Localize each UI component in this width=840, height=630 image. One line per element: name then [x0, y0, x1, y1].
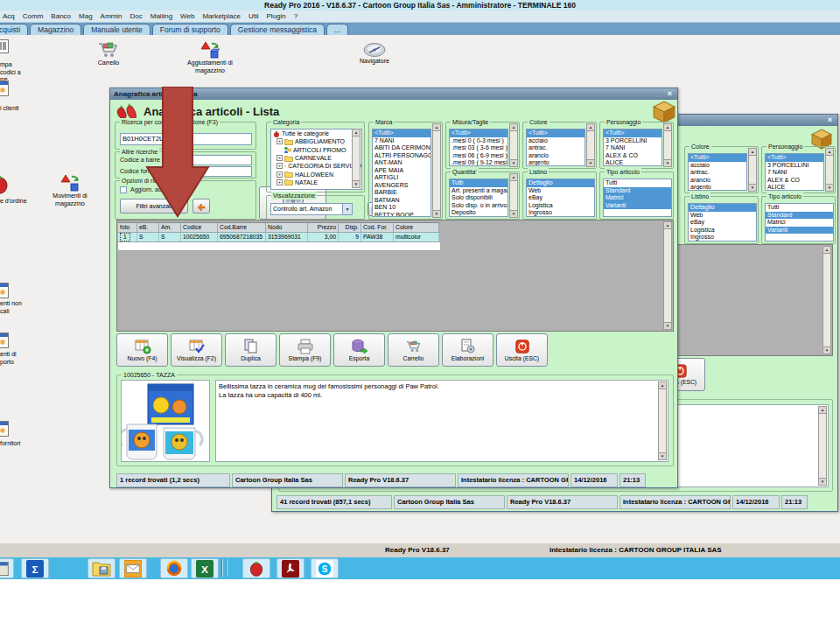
- scroll-up-icon[interactable]: ▲: [825, 148, 834, 156]
- listino-list[interactable]: Dettaglio Web eBay Logistica Ingrosso: [526, 178, 595, 217]
- cell-codfor[interactable]: PAW38: [361, 233, 394, 242]
- menu-item-doc[interactable]: Doc: [130, 12, 143, 20]
- scrollbar[interactable]: ▲▼: [509, 173, 518, 218]
- taskbar-item-mail[interactable]: [119, 558, 147, 578]
- tipo-articolo-list[interactable]: Tutti Standard Matrici Varianti: [603, 178, 672, 217]
- list-item[interactable]: .mesi 03 ( 3-6 mesi ): [450, 144, 508, 152]
- list-item[interactable]: .mesi 09 ( 9-12 mesi ): [450, 159, 508, 166]
- table-row[interactable]: 1 S S 10025650 6950687218035 3153969031 …: [118, 233, 440, 242]
- nuovo-button[interactable]: Nuovo (F4): [116, 333, 168, 367]
- list-item[interactable]: BATMAN: [373, 197, 430, 205]
- menu-item-ammin[interactable]: Ammin: [101, 12, 122, 20]
- list-item[interactable]: Solo disponibili: [450, 194, 508, 202]
- column-header[interactable]: Am.: [159, 222, 181, 232]
- tree-item[interactable]: + NATALE: [271, 178, 361, 186]
- scroll-down-icon[interactable]: ▼: [658, 452, 667, 460]
- scroll-up-icon[interactable]: ▲: [663, 221, 672, 229]
- taskbar-item-pdf[interactable]: [276, 558, 304, 578]
- list-item[interactable]: ALTRI PERSONAGGI: [373, 152, 430, 160]
- cell-colore[interactable]: multicolor: [394, 233, 439, 242]
- toolbar-icon-carrello[interactable]: Carrello: [84, 40, 133, 67]
- scrollbar[interactable]: ▲▼: [658, 382, 667, 460]
- scroll-up-icon[interactable]: ▲: [818, 406, 827, 414]
- list-item[interactable]: eBay: [527, 194, 594, 202]
- column-header[interactable]: Nodo: [266, 222, 308, 232]
- duplica-button[interactable]: Duplica: [225, 333, 276, 367]
- scroll-down-icon[interactable]: ▼: [822, 346, 831, 354]
- menu-item-acq[interactable]: Acq: [3, 12, 15, 20]
- chevron-down-icon[interactable]: ▼: [342, 204, 352, 214]
- list-item[interactable]: AVENGERS: [373, 182, 430, 190]
- visualizza-button[interactable]: Visualizza (F2): [171, 333, 222, 367]
- list-item[interactable]: ABITI DA CERIMONIA: [373, 144, 430, 152]
- close-icon[interactable]: ×: [824, 116, 836, 125]
- cell-amazon[interactable]: S: [159, 233, 181, 242]
- list-item[interactable]: <Tutti>: [766, 154, 823, 162]
- desktop-icon-stampa-codici[interactable]: [0, 39, 9, 57]
- cell-prezzo[interactable]: 3,00: [308, 233, 339, 242]
- menu-item-banco[interactable]: Banco: [51, 12, 71, 20]
- list-item[interactable]: <Tutti>: [373, 130, 430, 137]
- scroll-down-icon[interactable]: ▼: [748, 184, 757, 192]
- colore-list[interactable]: <Tutti> acciaio antrac. arancio argento: [526, 129, 585, 166]
- uscita-button[interactable]: Uscita (ESC): [496, 333, 548, 367]
- scroll-up-icon[interactable]: ▲: [509, 123, 518, 131]
- tree-item[interactable]: + CATEGORIA DI SERVIZIO: [271, 162, 361, 170]
- list-item[interactable]: Ingrosso: [527, 209, 594, 217]
- tab-magazzino[interactable]: Magazzino: [30, 24, 81, 35]
- scrollbar[interactable]: ▲▼: [663, 221, 672, 330]
- scroll-up-icon[interactable]: ▲: [352, 129, 360, 136]
- list-item[interactable]: Tutti: [604, 179, 671, 187]
- list-item[interactable]: 7 NANI: [766, 169, 823, 177]
- list-item[interactable]: ALICE: [766, 184, 823, 191]
- list-item[interactable]: Web: [527, 187, 594, 195]
- product-description[interactable]: Bellissima tazza in ceramica mug dei fam…: [215, 380, 668, 462]
- cell-nodo[interactable]: 3153969031: [266, 233, 308, 242]
- taskbar-item-firefox[interactable]: [160, 558, 188, 578]
- scrollbar[interactable]: ▲▼: [818, 406, 827, 486]
- cell-foto[interactable]: 1: [120, 233, 130, 242]
- scrollbar[interactable]: ▲▼: [748, 148, 757, 192]
- tab-acquisti[interactable]: cquisti: [0, 24, 28, 35]
- esporta-button[interactable]: Esporta: [333, 333, 385, 367]
- scrollbar[interactable]: ▲▼: [509, 123, 518, 167]
- desktop-icon-fornitori[interactable]: [0, 421, 9, 437]
- menu-item-comm[interactable]: Comm: [23, 12, 44, 20]
- menu-item-web[interactable]: Web: [180, 12, 194, 20]
- list-item[interactable]: Ingrosso: [689, 234, 756, 242]
- list-item[interactable]: ALEX & CO: [604, 152, 662, 160]
- menu-item-plugin[interactable]: Plugin: [267, 12, 286, 20]
- auto-update-checkbox[interactable]: [120, 186, 127, 193]
- menu-item-util[interactable]: Util: [248, 12, 259, 20]
- list-item[interactable]: Deposito: [450, 209, 508, 217]
- scrollbar[interactable]: ▲▼: [825, 148, 834, 192]
- tab-forum-di-supporto[interactable]: Forum di supporto: [152, 24, 228, 35]
- list-item[interactable]: argento: [689, 184, 746, 191]
- expander-icon[interactable]: +: [276, 138, 283, 144]
- desktop-icon-ordine[interactable]: [0, 175, 10, 194]
- tree-item[interactable]: + ABBIGLIAMENTO: [271, 137, 361, 145]
- list-item[interactable]: antrac.: [689, 169, 746, 177]
- list-item[interactable]: <Tutti>: [604, 130, 662, 137]
- list-item[interactable]: APE MAIA: [373, 167, 430, 175]
- scroll-down-icon[interactable]: ▼: [509, 159, 518, 167]
- list-item[interactable]: arancio: [689, 177, 746, 185]
- list-item[interactable]: BEN 10: [373, 204, 430, 212]
- scroll-down-icon[interactable]: ▼: [825, 184, 834, 192]
- list-item[interactable]: arancio: [527, 152, 584, 160]
- list-item[interactable]: ARTIGLI: [373, 174, 430, 182]
- menu-item-marketplace[interactable]: Marketplace: [202, 12, 241, 20]
- column-header[interactable]: Disp.: [339, 222, 361, 232]
- list-item[interactable]: Varianti: [604, 202, 671, 210]
- scroll-up-icon[interactable]: ▲: [663, 123, 672, 131]
- column-header[interactable]: foto: [118, 222, 137, 232]
- toolbar-icon-navigatore[interactable]: Navigatore: [350, 42, 399, 66]
- taskbar-item-readypro[interactable]: [242, 558, 270, 578]
- list-item[interactable]: ALICE: [604, 159, 662, 166]
- list-item[interactable]: BARBIE: [373, 189, 430, 197]
- list-item[interactable]: 7 NANI: [373, 137, 430, 145]
- cell-codbarre[interactable]: 6950687218035: [218, 233, 266, 242]
- results-table[interactable]: foto eB. Am. Codice Cod.Barre Nodo Prezz…: [118, 222, 440, 251]
- tab-manuale-utente[interactable]: Manuale utente: [83, 24, 150, 35]
- list-item[interactable]: acciaio: [527, 137, 584, 145]
